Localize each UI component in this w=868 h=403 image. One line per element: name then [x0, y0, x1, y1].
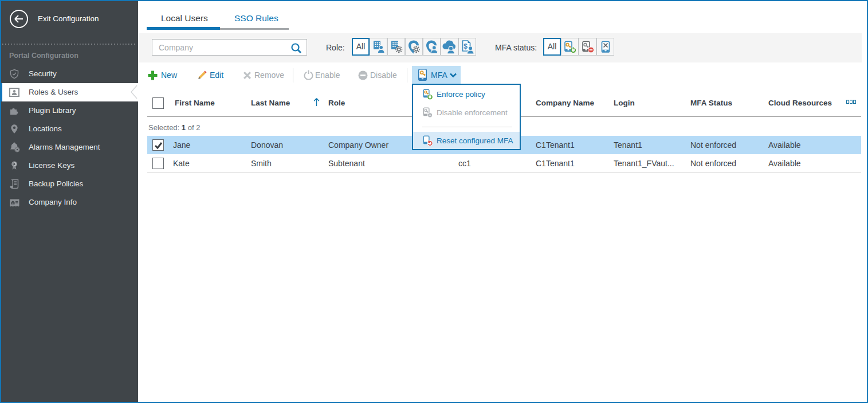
svg-text:$: $ [464, 42, 468, 50]
